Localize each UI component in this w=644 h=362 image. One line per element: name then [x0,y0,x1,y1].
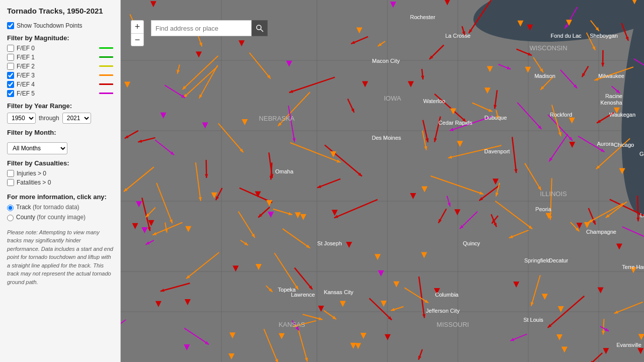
magnitude-row-ef0: F/EF 0 [7,45,113,52]
info-radio-track[interactable] [7,205,14,211]
info-label: For more information, click any: [7,193,113,201]
ef3-color [99,74,113,76]
ef1-label: F/EF 1 [17,54,97,61]
touchdown-checkbox[interactable] [7,22,14,29]
zoom-controls: + − [131,20,144,46]
ef1-color [99,56,113,58]
search-input[interactable] [151,20,252,36]
injuries-label: Injuries > 0 [17,170,46,177]
zoom-in-button[interactable]: + [131,20,144,33]
injuries-checkbox[interactable] [7,170,14,177]
ef5-label: F/EF 5 [17,90,97,97]
map-canvas [121,0,644,362]
casualties-filter: Injuries > 0 Fatalities > 0 [7,170,113,186]
magnitude-label: Filter by Magnitude: [7,34,113,42]
info-section: For more information, click any: Track (… [7,193,113,221]
ef0-label: F/EF 0 [17,45,97,52]
fatalities-label: Fatalities > 0 [17,179,51,186]
ef0-checkbox[interactable] [7,45,14,52]
info-option-track: Track (for tornado data) [7,204,113,211]
touchdown-label: Show Touchdown Points [17,22,113,29]
ef4-checkbox[interactable] [7,81,14,88]
year-range-row: 195019601970198019902000 through 2021202… [7,113,113,124]
ef4-label: F/EF 4 [17,81,97,88]
month-label: Filter by Month: [7,129,113,136]
magnitude-row-ef1: F/EF 1 [7,54,113,61]
casualties-label: Filter by Casualties: [7,159,113,167]
magnitude-row-ef2: F/EF 2 [7,63,113,70]
ef3-label: F/EF 3 [17,72,97,79]
ef2-label: F/EF 2 [17,63,97,70]
casualties-row-injuries: Injuries > 0 [7,170,113,177]
ef2-checkbox[interactable] [7,63,14,70]
magnitude-row-ef3: F/EF 3 [7,72,113,79]
note-text: Please note: Attempting to view many tra… [7,228,113,287]
svg-line-1 [261,29,263,32]
fatalities-checkbox[interactable] [7,179,14,186]
casualties-row-fatalities: Fatalities > 0 [7,179,113,186]
info-options: Track (for tornado data) County (for cou… [7,204,113,221]
page-title: Tornado Tracks, 1950-2021 [7,6,113,16]
magnitude-row-ef5: F/EF 5 [7,90,113,97]
zoom-out-button[interactable]: − [131,33,144,46]
svg-point-0 [257,25,261,30]
ef4-color [99,83,113,85]
info-radio-county[interactable] [7,215,14,221]
info-label-track: Track (for tornado data) [16,204,79,211]
sidebar: Tornado Tracks, 1950-2021 Show Touchdown… [0,0,121,362]
year-start-select[interactable]: 195019601970198019902000 [7,113,36,124]
year-end-select[interactable]: 20212020201520102000 [62,113,91,124]
show-touchdown-row: Show Touchdown Points [7,22,113,29]
ef1-checkbox[interactable] [7,54,14,61]
magnitude-row-ef4: F/EF 4 [7,81,113,88]
search-bar [151,20,268,36]
map-container[interactable]: + − [121,0,644,362]
search-button[interactable] [252,20,268,36]
ef0-color [99,47,113,49]
ef2-color [99,65,113,67]
month-select[interactable]: All MonthsJanuaryFebruaryMarchAprilMayJu… [7,142,67,154]
magnitude-filter: F/EF 0 F/EF 1 F/EF 2 F/EF 3 F/EF 4 F/EF … [7,45,113,97]
ef5-checkbox[interactable] [7,90,14,97]
info-option-county: County (for county image) [7,214,113,221]
through-label: through [39,115,59,122]
ef3-checkbox[interactable] [7,72,14,79]
year-range-label: Filter by Year Range: [7,102,113,110]
info-label-county: County (for county image) [16,214,86,221]
ef5-color [99,93,113,94]
search-icon [256,24,264,32]
